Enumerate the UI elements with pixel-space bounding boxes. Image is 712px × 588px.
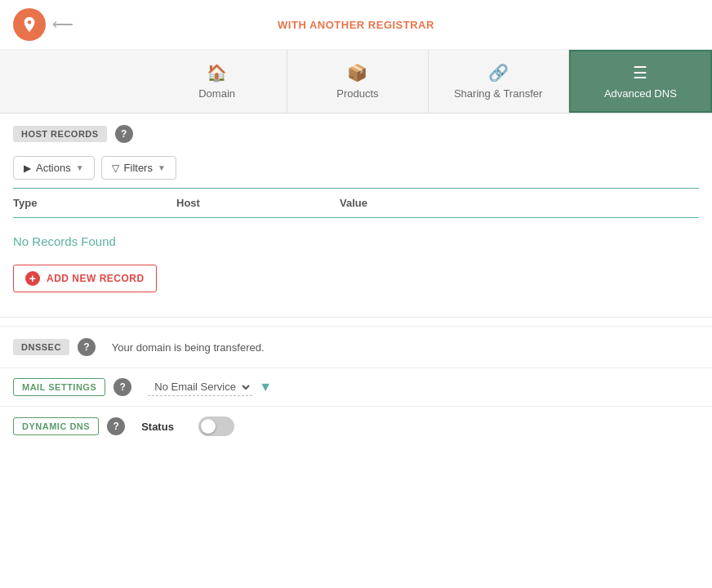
- tab-sharing-label: Sharing & Transfer: [454, 87, 542, 100]
- actions-play-icon: ▶: [24, 163, 31, 174]
- table-header-row: Type Host Value: [13, 188, 699, 218]
- host-records-table: Type Host Value No Records Found + ADD N…: [0, 188, 712, 309]
- host-records-toolbar: ▶ Actions ▼ ▽ Filters ▼: [0, 151, 712, 188]
- domain-icon: 🏠: [207, 63, 227, 82]
- dnssec-help-icon[interactable]: ?: [78, 338, 96, 356]
- dynamic-dns-toggle[interactable]: [198, 416, 234, 436]
- products-icon: 📦: [347, 63, 367, 82]
- add-new-record-button[interactable]: + ADD NEW RECORD: [13, 265, 157, 292]
- add-record-label: ADD NEW RECORD: [47, 273, 145, 284]
- host-records-badge: HOST RECORDS: [13, 126, 107, 142]
- dynamic-dns-status-label: Status: [141, 421, 174, 433]
- mail-settings-section: MAIL SETTINGS ? No Email Service ▼: [0, 368, 712, 406]
- actions-label: Actions: [36, 162, 71, 174]
- dnssec-section: DNSSEC ? Your domain is being transfered…: [0, 326, 712, 368]
- logo-icon[interactable]: [13, 8, 46, 41]
- host-records-header: HOST RECORDS ?: [0, 114, 712, 151]
- mail-select-container: No Email Service ▼: [148, 378, 272, 396]
- filters-icon: ▽: [112, 163, 119, 174]
- registrar-title: WITH ANOTHER REGISTRAR: [278, 19, 434, 31]
- actions-button[interactable]: ▶ Actions ▼: [13, 156, 95, 180]
- nav-tabs: 🏠 Domain 📦 Products 🔗 Sharing & Transfer…: [0, 50, 712, 114]
- tab-advanced-dns-label: Advanced DNS: [604, 87, 677, 100]
- advanced-dns-icon: ☰: [633, 63, 647, 82]
- actions-chevron-icon: ▼: [76, 163, 84, 172]
- tab-advanced-dns[interactable]: ☰ Advanced DNS: [569, 50, 712, 113]
- tab-products[interactable]: 📦 Products: [287, 50, 428, 113]
- filters-chevron-icon: ▼: [158, 163, 166, 172]
- dnssec-badge: DNSSEC: [13, 339, 69, 355]
- plus-icon: +: [25, 271, 40, 286]
- main-content: HOST RECORDS ? ▶ Actions ▼ ▽ Filters ▼ T…: [0, 114, 712, 446]
- mail-service-select[interactable]: No Email Service: [148, 378, 252, 396]
- toggle-thumb: [201, 419, 216, 434]
- back-icon[interactable]: ⟵: [52, 16, 73, 33]
- sharing-icon: 🔗: [488, 63, 509, 82]
- top-bar: ⟵ WITH ANOTHER REGISTRAR: [0, 0, 712, 50]
- mail-settings-badge: MAIL SETTINGS: [13, 378, 105, 396]
- dnssec-text: Your domain is being transfered.: [112, 341, 265, 354]
- tab-domain[interactable]: 🏠 Domain: [147, 50, 287, 113]
- tab-sharing[interactable]: 🔗 Sharing & Transfer: [429, 50, 569, 113]
- dynamic-dns-help-icon[interactable]: ?: [107, 417, 125, 435]
- dynamic-dns-section: DYNAMIC DNS ? Status: [0, 406, 712, 446]
- mail-dropdown-arrow-icon: ▼: [259, 380, 272, 394]
- no-records-message: No Records Found: [13, 218, 699, 256]
- filters-label: Filters: [124, 162, 153, 174]
- tab-domain-label: Domain: [198, 87, 235, 100]
- divider-1: [0, 317, 712, 318]
- col-type-header: Type: [13, 197, 176, 209]
- host-records-help-icon[interactable]: ?: [115, 125, 133, 143]
- mail-settings-help-icon[interactable]: ?: [113, 378, 131, 396]
- col-host-header: Host: [176, 197, 340, 209]
- tab-spacer: [0, 50, 147, 113]
- tab-products-label: Products: [336, 87, 378, 100]
- col-value-header: Value: [340, 197, 699, 209]
- dynamic-dns-badge: DYNAMIC DNS: [13, 417, 99, 435]
- filters-button[interactable]: ▽ Filters ▼: [101, 156, 176, 180]
